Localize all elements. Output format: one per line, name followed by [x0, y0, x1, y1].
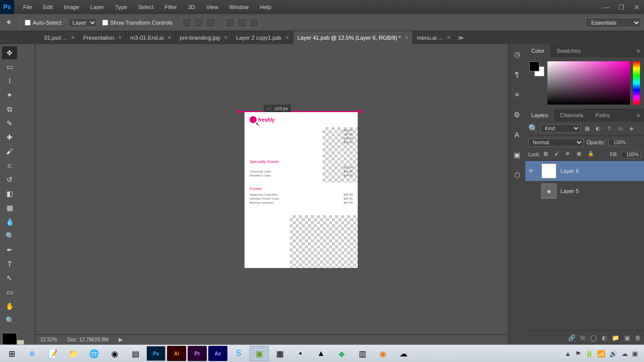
aftereffects-icon[interactable]: Ae: [208, 346, 227, 361]
align-top-icon[interactable]: [182, 18, 192, 28]
healing-tool[interactable]: ✚: [2, 131, 17, 144]
doc-tab[interactable]: menu.ai ...×: [413, 31, 455, 44]
app-icon[interactable]: ▲: [311, 346, 331, 361]
layer-thumbnail[interactable]: [541, 163, 556, 178]
zoom-level[interactable]: 12.52%: [40, 337, 57, 342]
align-vcenter-icon[interactable]: [194, 18, 204, 28]
app-icon[interactable]: ☁: [394, 346, 413, 361]
tab-close-icon[interactable]: ×: [447, 34, 450, 41]
canvas-area[interactable]: ↔: 103 px ↕: 0 px freshly ↖ $19.95 $9.95…: [35, 44, 508, 344]
tray-icon[interactable]: 📶: [597, 350, 605, 357]
skype-icon[interactable]: S: [229, 346, 248, 361]
tab-paths[interactable]: Paths: [590, 109, 616, 122]
tray-icon[interactable]: ☁: [621, 350, 628, 357]
eraser-tool[interactable]: ◧: [2, 187, 17, 200]
history-panel-icon[interactable]: ◷: [512, 49, 522, 59]
history-brush-tool[interactable]: ↺: [2, 173, 17, 186]
zoom-tool[interactable]: 🔍: [2, 314, 17, 327]
tab-close-icon[interactable]: ×: [118, 34, 122, 41]
filter-pixel-icon[interactable]: ▦: [583, 124, 592, 133]
mini-color-swatches[interactable]: [529, 61, 544, 78]
filter-type-icon[interactable]: T: [605, 124, 614, 133]
blender-icon[interactable]: ◉: [373, 346, 392, 361]
layer-name[interactable]: Layer 6: [560, 168, 579, 174]
auto-select-checkbox[interactable]: Auto-Select:: [25, 20, 63, 26]
show-transform-checkbox[interactable]: Show Transform Controls: [102, 20, 173, 26]
lock-position-icon[interactable]: ✥: [566, 151, 574, 159]
tab-close-icon[interactable]: ×: [71, 34, 74, 41]
layer-thumbnail[interactable]: ◈: [541, 184, 556, 199]
layer-style-icon[interactable]: fx: [581, 334, 585, 341]
3d-panel-icon[interactable]: ⬡: [512, 170, 522, 180]
tray-icon[interactable]: ▣: [632, 350, 638, 357]
align-right-icon[interactable]: [249, 18, 259, 28]
path-select-tool[interactable]: ↖: [2, 272, 17, 285]
tab-channels[interactable]: Channels: [554, 109, 589, 122]
explorer-icon[interactable]: 📁: [64, 346, 83, 361]
align-left-icon[interactable]: [225, 18, 235, 28]
project-icon[interactable]: ▤: [126, 346, 145, 361]
workspace-switcher[interactable]: Essentials: [586, 18, 641, 28]
layer-row[interactable]: ◈ Layer 5: [525, 181, 644, 201]
opacity-input[interactable]: [608, 139, 628, 146]
character-panel-icon[interactable]: ¶: [512, 69, 522, 79]
shape-tool[interactable]: ▭: [2, 286, 17, 299]
menu-edit[interactable]: Edit: [38, 2, 58, 12]
ie-icon[interactable]: e: [23, 346, 42, 361]
panel-menu-icon[interactable]: ≡: [633, 112, 644, 118]
lasso-tool[interactable]: ⌇: [2, 74, 17, 87]
lock-pixels-icon[interactable]: 🖌: [554, 151, 562, 159]
visibility-toggle-icon[interactable]: 👁: [528, 168, 537, 174]
tray-icon[interactable]: ▲: [565, 350, 571, 357]
terminal-icon[interactable]: ▪: [291, 346, 310, 361]
eyedropper-tool[interactable]: ✎: [2, 117, 17, 130]
properties-panel-icon[interactable]: ⚙: [512, 110, 522, 120]
tray-icon[interactable]: ⚑: [575, 350, 581, 357]
filter-shape-icon[interactable]: ▭: [616, 124, 625, 133]
layer-filter-kind[interactable]: Kind: [540, 124, 581, 133]
doc-tab[interactable]: 01.psd ...×: [40, 31, 79, 44]
tab-close-icon[interactable]: ×: [285, 34, 289, 41]
lock-transparency-icon[interactable]: ▦: [543, 151, 551, 159]
tab-swatches[interactable]: Swatches: [550, 44, 587, 57]
libraries-panel-icon[interactable]: ▣: [512, 150, 522, 160]
hand-tool[interactable]: ✋: [2, 300, 17, 313]
chrome-icon[interactable]: ◉: [105, 346, 124, 361]
link-layers-icon[interactable]: 🔗: [568, 334, 576, 341]
doc-tab[interactable]: Presentation×: [79, 31, 126, 44]
menu-window[interactable]: Window: [224, 2, 254, 12]
panel-menu-icon[interactable]: ≡: [633, 48, 644, 54]
tab-layers[interactable]: Layers: [525, 109, 554, 122]
system-tray[interactable]: ▲ ⚑ 🔋 📶 🔊 ☁ ▣: [565, 350, 642, 357]
layer-name[interactable]: Layer 5: [560, 188, 579, 194]
camtasia-icon[interactable]: ▣: [250, 346, 269, 361]
lock-artboard-icon[interactable]: ▣: [577, 151, 585, 159]
doc-tab[interactable]: m3-01-End.ai×: [126, 31, 176, 44]
photoshop-icon[interactable]: Ps: [146, 346, 166, 361]
layer-mask-icon[interactable]: ◯: [590, 334, 597, 341]
layer-row[interactable]: 👁 Layer 6: [525, 161, 644, 181]
app-icon[interactable]: ▥: [353, 346, 372, 361]
menu-3d[interactable]: 3D: [183, 2, 200, 12]
minimize-button[interactable]: —: [599, 2, 614, 12]
align-bottom-icon[interactable]: [206, 18, 216, 28]
pen-tool[interactable]: ✒: [2, 243, 17, 256]
paragraph-panel-icon[interactable]: ≡: [512, 89, 522, 100]
menu-filter[interactable]: Filter: [159, 2, 182, 12]
new-group-icon[interactable]: 📁: [612, 334, 619, 341]
illustrator-icon[interactable]: Ai: [167, 346, 186, 361]
blend-mode-dropdown[interactable]: Normal: [528, 138, 584, 147]
doc-tab-active[interactable]: Layer 41.psb @ 12.5% (Layer 6, RGB/8) *×: [293, 31, 413, 44]
type-tool[interactable]: T: [2, 257, 17, 270]
app-icon[interactable]: ▦: [270, 346, 289, 361]
blur-tool[interactable]: 💧: [2, 215, 17, 228]
notes-icon[interactable]: 📝: [43, 346, 62, 361]
fill-input[interactable]: [621, 151, 641, 158]
tab-close-icon[interactable]: ×: [405, 34, 409, 41]
start-button[interactable]: ⊞: [2, 346, 21, 361]
doc-tab[interactable]: Layer 2 copy1.psb×: [232, 31, 293, 44]
delete-layer-icon[interactable]: 🗑: [635, 334, 641, 341]
menu-image[interactable]: Image: [59, 2, 85, 12]
premiere-icon[interactable]: Pr: [188, 346, 207, 361]
maximize-button[interactable]: ❐: [614, 2, 629, 12]
